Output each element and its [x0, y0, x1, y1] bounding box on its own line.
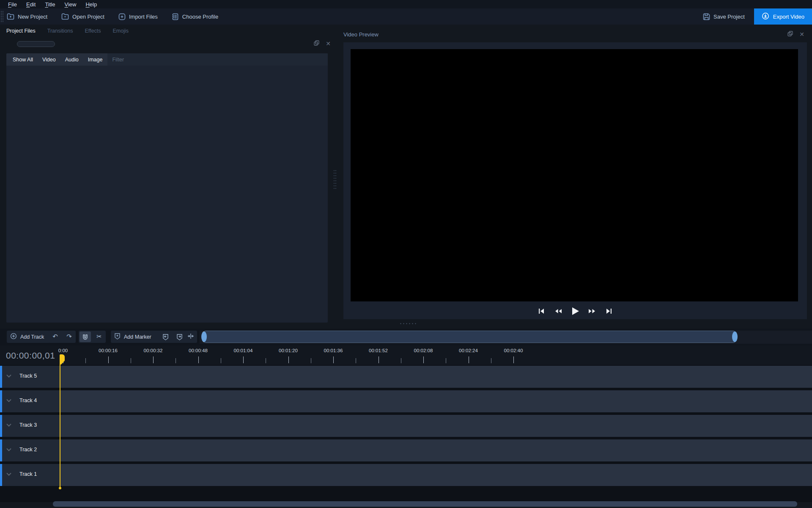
track-label: Track 1 — [19, 471, 37, 477]
close-panel-icon[interactable]: ✕ — [326, 41, 331, 47]
track-color-bar — [0, 390, 2, 412]
track-menu-chevron-icon[interactable] — [6, 373, 12, 380]
choose-profile-button[interactable]: Choose Profile — [172, 13, 218, 20]
ruler-tick-major — [243, 356, 244, 363]
ruler-label: 00:00:16 — [99, 348, 118, 353]
ruler-tick-major — [513, 356, 514, 363]
undo-redo-group: ↶ ↷ — [49, 331, 76, 343]
bottom-splitter-handle[interactable] — [400, 505, 418, 507]
float-panel-icon[interactable] — [787, 30, 793, 38]
project-files-titlebar: ✕ — [4, 39, 335, 49]
import-files-button[interactable]: Import Files — [118, 13, 158, 20]
timeline-tracks-area: Track 5 Track 4 Track 3 Track 2 Track 1 — [0, 365, 812, 502]
jump-to-start-button[interactable] — [536, 306, 547, 317]
track-clip-area[interactable] — [59, 464, 812, 486]
fast-forward-button[interactable] — [587, 306, 598, 317]
export-video-button[interactable]: Export Video — [754, 8, 812, 25]
jump-to-end-button[interactable] — [604, 306, 614, 317]
tab-transitions[interactable]: Transitions — [47, 28, 79, 34]
center-playhead-button[interactable] — [184, 331, 197, 343]
folder-open-icon — [61, 13, 69, 20]
track-row: Track 4 — [0, 390, 812, 412]
track-clip-area[interactable] — [59, 439, 812, 461]
choose-profile-label: Choose Profile — [182, 14, 218, 20]
previous-marker-icon[interactable] — [160, 331, 171, 342]
track-clip-area[interactable] — [59, 390, 812, 412]
menu-help[interactable]: Help — [81, 1, 102, 8]
main-toolbar: New Project Open Project Import Files — [0, 8, 812, 25]
menu-file[interactable]: File — [3, 1, 22, 8]
menu-view[interactable]: View — [60, 1, 81, 8]
video-preview-content — [343, 42, 807, 319]
ruler-tick-minor — [356, 358, 356, 363]
timeline-zoom-slider[interactable] — [200, 331, 812, 344]
app-window: FileEditTitleViewHelp New Project Open P… — [0, 0, 812, 508]
undo-icon[interactable]: ↶ — [49, 331, 61, 342]
track-clip-area[interactable] — [59, 415, 812, 437]
rewind-button[interactable] — [553, 306, 564, 317]
play-button[interactable] — [570, 306, 581, 317]
track-menu-chevron-icon[interactable] — [6, 471, 12, 478]
ruler-tick-minor — [311, 358, 311, 363]
ruler-label: 00:02:24 — [459, 348, 478, 353]
video-preview-title: Video Preview — [343, 31, 379, 38]
add-marker-icon — [114, 333, 121, 341]
track-row: Track 2 — [0, 439, 812, 461]
track-menu-chevron-icon[interactable] — [6, 446, 12, 454]
transport-controls — [343, 306, 807, 317]
track-row: Track 5 — [0, 366, 812, 388]
ruler-tick-minor — [176, 358, 176, 363]
zoom-slider-right-handle[interactable] — [732, 331, 738, 342]
filter-video-button[interactable]: Video — [42, 57, 56, 63]
new-project-button[interactable]: New Project — [7, 13, 47, 20]
toolbar-drag-handle-icon[interactable] — [0, 11, 4, 22]
timeline-horizontal-scrollbar[interactable] — [53, 501, 797, 507]
filter-audio-button[interactable]: Audio — [65, 57, 79, 63]
add-marker-label: Add Marker — [124, 334, 151, 340]
filter-input[interactable]: Filter — [107, 53, 328, 66]
project-files-dock: Project FilesTransitionsEffectsEmojis ✕ … — [4, 25, 335, 324]
filter-show-all-button[interactable]: Show All — [13, 57, 33, 63]
float-panel-icon[interactable] — [314, 40, 319, 47]
timeline-ruler[interactable]: 0:0000:00:1600:00:3200:00:4800:01:0400:0… — [0, 345, 812, 365]
export-download-icon — [762, 12, 769, 21]
zoom-slider-left-handle[interactable] — [201, 331, 207, 342]
vertical-splitter-handle[interactable] — [333, 169, 337, 190]
next-marker-icon[interactable] — [174, 331, 185, 342]
close-panel-icon[interactable]: ✕ — [799, 31, 804, 37]
open-project-label: Open Project — [72, 14, 104, 20]
track-color-bar — [0, 439, 2, 461]
ruler-tick-minor — [221, 358, 221, 363]
ruler-tick-minor — [131, 358, 131, 363]
save-project-button[interactable]: Save Project — [703, 13, 745, 20]
ruler-tick-major — [198, 356, 199, 363]
track-clip-area[interactable] — [59, 366, 812, 388]
ruler-tick-minor — [491, 358, 491, 363]
tab-emojis[interactable]: Emojis — [112, 28, 134, 34]
menu-edit[interactable]: Edit — [22, 1, 40, 8]
track-label: Track 4 — [19, 398, 37, 403]
snapping-magnet-icon[interactable] — [80, 331, 91, 342]
track-menu-chevron-icon[interactable] — [6, 422, 12, 429]
tab-effects[interactable]: Effects — [85, 28, 107, 34]
open-project-button[interactable]: Open Project — [61, 13, 104, 20]
track-menu-chevron-icon[interactable] — [6, 397, 12, 405]
ruler-tick-major — [469, 356, 469, 363]
ruler-tick-major — [288, 356, 289, 363]
track-label: Track 3 — [19, 422, 37, 428]
horizontal-splitter-handle[interactable] — [399, 323, 417, 325]
snap-razor-group: ✂ — [79, 331, 106, 343]
track-row: Track 1 — [0, 464, 812, 486]
track-header: Track 5 — [0, 366, 59, 388]
tab-project-files[interactable]: Project Files — [6, 28, 41, 34]
razor-tool-icon[interactable]: ✂ — [93, 331, 105, 342]
square-plus-icon — [118, 13, 126, 20]
media-filter-row: Show All Video Audio Image Filter — [6, 53, 328, 66]
ruler-tick-major — [423, 356, 424, 363]
menu-title[interactable]: Title — [40, 1, 60, 8]
zoom-slider-range[interactable] — [202, 331, 737, 343]
profile-ticket-icon — [172, 13, 179, 20]
filter-image-button[interactable]: Image — [88, 57, 103, 63]
add-track-button[interactable]: Add Track — [7, 331, 50, 343]
redo-icon[interactable]: ↷ — [63, 331, 75, 342]
